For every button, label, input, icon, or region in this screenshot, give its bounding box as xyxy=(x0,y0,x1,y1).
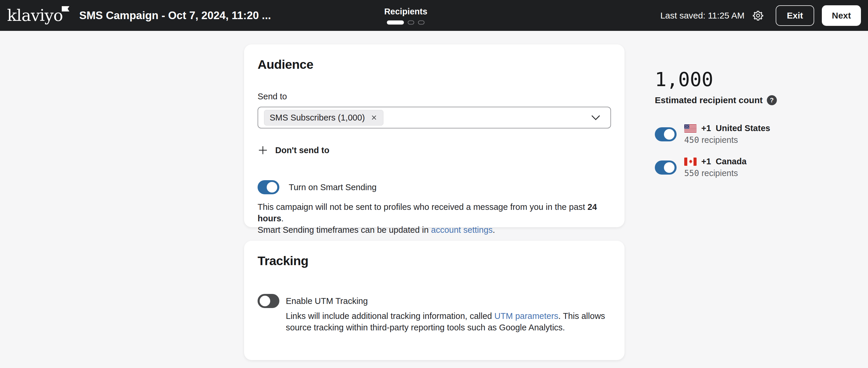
top-bar-actions: Last saved: 11:25 AM Exit Next xyxy=(660,5,861,26)
progress-step-2 xyxy=(408,20,414,24)
canada-toggle[interactable] xyxy=(655,161,677,175)
campaign-title: SMS Campaign - Oct 7, 2024, 11:20 ... xyxy=(80,9,271,22)
remove-segment-icon[interactable] xyxy=(370,114,378,122)
country-recipients: 450 recipients xyxy=(684,135,770,145)
exit-button[interactable]: Exit xyxy=(776,5,814,26)
country-row-united-states: +1 United States 450 recipients xyxy=(655,124,855,145)
ca-flag-icon xyxy=(684,158,696,166)
toggle-knob xyxy=(267,182,277,193)
country-recipients: 550 recipients xyxy=(684,168,747,178)
dont-send-to-button[interactable]: Don't send to xyxy=(257,145,611,156)
chevron-down-icon xyxy=(591,114,600,121)
smart-sending-label: Turn on Smart Sending xyxy=(289,182,377,192)
toggle-knob xyxy=(664,129,675,140)
tracking-heading: Tracking xyxy=(257,254,611,268)
country-info: +1 Canada 550 recipients xyxy=(684,157,747,178)
gear-icon[interactable] xyxy=(752,10,764,22)
country-name: United States xyxy=(716,124,770,133)
utm-tracking-description: Links will include additional tracking i… xyxy=(286,310,606,333)
progress-pills xyxy=(384,20,428,24)
utm-tracking-row: Enable UTM Tracking Links will include a… xyxy=(257,294,611,333)
country-row-canada: +1 Canada 550 recipients xyxy=(655,157,855,178)
united-states-toggle[interactable] xyxy=(655,127,677,141)
sms-campaign-editor: klaviyo SMS Campaign - Oct 7, 2024, 11:2… xyxy=(0,0,868,368)
smart-sending-toggle[interactable] xyxy=(257,180,279,194)
dial-code: +1 xyxy=(701,157,711,166)
country-name-line: +1 United States xyxy=(684,124,770,133)
send-to-label: Send to xyxy=(257,92,611,101)
estimated-recipient-count: 1,000 xyxy=(655,70,855,89)
account-settings-link[interactable]: account settings xyxy=(431,225,493,235)
recipient-summary-panel: 1,000 Estimated recipient count ? xyxy=(655,70,855,178)
country-info: +1 United States 450 recipients xyxy=(684,124,770,145)
step-label: Recipients xyxy=(384,6,428,16)
utm-tracking-label: Enable UTM Tracking xyxy=(286,294,606,308)
plus-icon xyxy=(257,145,268,156)
dial-code: +1 xyxy=(701,124,711,133)
last-saved-text: Last saved: 11:25 AM xyxy=(660,10,744,21)
progress-step-3 xyxy=(418,20,425,24)
recipient-count-label-row: Estimated recipient count ? xyxy=(655,95,855,105)
klaviyo-logo[interactable]: klaviyo xyxy=(7,7,63,24)
audience-heading: Audience xyxy=(257,57,611,72)
segment-chip: SMS Subscribers (1,000) xyxy=(264,110,383,126)
country-name-line: +1 Canada xyxy=(684,157,747,166)
step-indicator: Recipients xyxy=(384,6,428,24)
send-to-select[interactable]: SMS Subscribers (1,000) xyxy=(257,107,611,129)
klaviyo-wordmark: klaviyo xyxy=(7,6,63,25)
toggle-knob xyxy=(664,162,675,173)
question-mark-icon[interactable]: ? xyxy=(767,95,777,105)
utm-parameters-link[interactable]: UTM parameters xyxy=(494,311,558,321)
country-name: Canada xyxy=(716,157,747,166)
dont-send-to-label: Don't send to xyxy=(275,145,329,155)
smart-sending-description: This campaign will not be sent to profil… xyxy=(257,201,611,236)
utm-tracking-toggle[interactable] xyxy=(257,294,279,308)
smart-sending-description-line-1: This campaign will not be sent to profil… xyxy=(257,201,611,224)
smart-sending-row: Turn on Smart Sending xyxy=(257,180,611,194)
toggle-knob xyxy=(260,296,270,306)
top-bar: klaviyo SMS Campaign - Oct 7, 2024, 11:2… xyxy=(0,0,868,31)
audience-card: Audience Send to SMS Subscribers (1,000)… xyxy=(244,44,624,227)
tracking-card: Tracking Enable UTM Tracking Links will … xyxy=(244,241,624,360)
smart-sending-description-line-2: Smart Sending timeframes can be updated … xyxy=(257,224,611,236)
progress-step-1-active xyxy=(387,20,404,24)
us-flag-icon xyxy=(684,124,696,133)
klaviyo-flag-icon xyxy=(62,6,69,11)
next-button[interactable]: Next xyxy=(822,5,861,26)
utm-tracking-text: Enable UTM Tracking Links will include a… xyxy=(286,294,606,333)
recipient-count-label: Estimated recipient count xyxy=(655,95,763,105)
segment-chip-label: SMS Subscribers (1,000) xyxy=(270,113,365,123)
